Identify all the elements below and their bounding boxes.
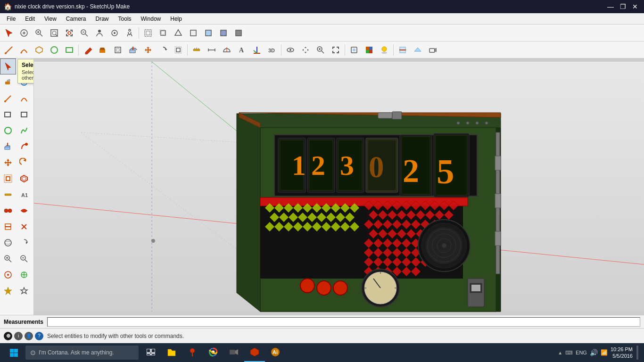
draw-shape-btn[interactable] bbox=[32, 43, 46, 57]
tool-scale-2[interactable] bbox=[0, 171, 16, 187]
menu-tools[interactable]: Tools bbox=[114, 15, 136, 23]
taskbar-app-video[interactable] bbox=[223, 343, 244, 362]
tool-follow-me[interactable] bbox=[16, 139, 32, 155]
tool-arc[interactable] bbox=[16, 90, 32, 107]
menu-file[interactable]: File bbox=[2, 15, 20, 23]
tool-rotate-2[interactable] bbox=[16, 155, 32, 171]
tool-extra1[interactable] bbox=[0, 267, 16, 283]
paint-bucket-btn[interactable] bbox=[96, 43, 110, 57]
zoom-tool-btn[interactable] bbox=[314, 43, 328, 57]
back-edges-btn[interactable] bbox=[156, 26, 170, 40]
look-around-btn[interactable] bbox=[107, 26, 122, 40]
draw-rect-btn[interactable] bbox=[62, 43, 76, 57]
tool-sand2[interactable] bbox=[16, 203, 32, 219]
tool-rect-shape[interactable] bbox=[0, 107, 16, 123]
shadows-btn[interactable] bbox=[377, 43, 391, 57]
cortana-search[interactable]: ⊙ I'm Cortana. Ask me anything. bbox=[25, 346, 139, 360]
shaded-btn[interactable] bbox=[201, 26, 215, 40]
tool-orbit[interactable] bbox=[0, 235, 16, 251]
taskbar[interactable]: ⊙ I'm Cortana. Ask me anything. Ai ▲ ⌨ E… bbox=[0, 343, 644, 362]
hidden-line-btn[interactable] bbox=[186, 26, 200, 40]
position-camera-btn[interactable] bbox=[92, 26, 107, 40]
tool-poly[interactable] bbox=[16, 107, 32, 123]
viewport[interactable]: 1 2 3 0 2 5 bbox=[34, 58, 644, 315]
zoom-extents-tool-btn[interactable] bbox=[329, 43, 343, 57]
push-pull-btn[interactable] bbox=[126, 43, 140, 57]
orbit-btn[interactable] bbox=[283, 43, 297, 57]
taskbar-app-pin[interactable] bbox=[182, 343, 203, 362]
monochrome-btn[interactable] bbox=[231, 26, 246, 40]
offset-btn[interactable] bbox=[111, 43, 125, 57]
materials-btn[interactable] bbox=[362, 43, 376, 57]
axes-btn[interactable] bbox=[250, 43, 264, 57]
erase-btn[interactable] bbox=[81, 43, 95, 57]
show-desktop-btn[interactable] bbox=[636, 346, 638, 360]
sections-btn[interactable] bbox=[396, 43, 410, 57]
make-component-btn[interactable] bbox=[17, 26, 31, 40]
advanced-camera-btn[interactable] bbox=[426, 43, 440, 57]
tool-sand1[interactable] bbox=[0, 203, 16, 219]
draw-circle-btn[interactable] bbox=[47, 43, 61, 57]
select-tool-btn[interactable] bbox=[2, 26, 16, 40]
clock[interactable]: 10:26 PM 5/5/2016 bbox=[611, 346, 633, 360]
dimension-btn[interactable] bbox=[205, 43, 219, 57]
taskbar-app-chrome[interactable] bbox=[203, 343, 223, 362]
menu-camera[interactable]: Camera bbox=[61, 15, 91, 23]
walk-btn[interactable] bbox=[123, 26, 137, 40]
tool-plugin2[interactable] bbox=[16, 283, 32, 299]
3d-text-btn[interactable]: 3D bbox=[265, 43, 279, 57]
zoom-extents-btn[interactable] bbox=[62, 26, 76, 40]
tool-plugin1[interactable] bbox=[0, 283, 16, 299]
task-view-button[interactable] bbox=[140, 343, 161, 362]
tool-look-around[interactable] bbox=[16, 235, 32, 251]
close-button[interactable]: ✕ bbox=[630, 1, 640, 12]
move-btn[interactable] bbox=[141, 43, 155, 57]
draw-line-btn[interactable] bbox=[2, 43, 16, 57]
start-button[interactable] bbox=[2, 343, 25, 362]
tray-speaker-icon[interactable]: 🔊 bbox=[590, 349, 598, 356]
tool-zoom2[interactable] bbox=[0, 251, 16, 267]
scale-btn[interactable] bbox=[171, 43, 185, 57]
shaded-textures-btn[interactable] bbox=[216, 26, 231, 40]
minimize-button[interactable]: — bbox=[605, 1, 616, 12]
protractor-btn[interactable] bbox=[220, 43, 234, 57]
component-browser-btn[interactable] bbox=[347, 43, 361, 57]
section-planes-btn[interactable] bbox=[411, 43, 425, 57]
tool-zoom-window[interactable] bbox=[16, 251, 32, 267]
tool-line[interactable] bbox=[0, 90, 16, 107]
menu-edit[interactable]: Edit bbox=[20, 15, 40, 23]
maximize-button[interactable]: ❐ bbox=[618, 1, 628, 12]
title-bar-controls[interactable]: — ❐ ✕ bbox=[605, 1, 640, 12]
tool-circle-shape[interactable] bbox=[0, 123, 16, 139]
taskbar-app-sketchup[interactable] bbox=[244, 343, 265, 362]
tray-up-icon[interactable]: ▲ bbox=[558, 350, 562, 355]
tool-select[interactable]: Select Select entities to modify with ot… bbox=[0, 58, 16, 74]
tape-measure-btn[interactable] bbox=[190, 43, 204, 57]
menu-help[interactable]: Help bbox=[165, 15, 187, 23]
tool-paint[interactable] bbox=[0, 74, 16, 90]
text-btn[interactable]: A bbox=[235, 43, 249, 57]
tool-tape-2[interactable] bbox=[0, 187, 16, 203]
tool-freehand[interactable] bbox=[16, 123, 32, 139]
taskbar-app-extra[interactable]: Ai bbox=[265, 343, 286, 362]
menu-view[interactable]: View bbox=[40, 15, 61, 23]
wireframe-btn[interactable] bbox=[171, 26, 185, 40]
pan-btn[interactable] bbox=[298, 43, 313, 57]
menu-window[interactable]: Window bbox=[136, 15, 166, 23]
draw-arc-btn[interactable] bbox=[17, 43, 31, 57]
tool-extra2[interactable] bbox=[16, 267, 32, 283]
tool-section[interactable] bbox=[0, 219, 16, 235]
taskbar-app-explorer[interactable] bbox=[161, 343, 182, 362]
rotate-btn[interactable] bbox=[156, 43, 170, 57]
menu-draw[interactable]: Draw bbox=[91, 15, 114, 23]
zoom-btn[interactable] bbox=[32, 26, 46, 40]
tool-dimension-2[interactable]: A1 bbox=[16, 187, 32, 203]
tool-offset[interactable] bbox=[16, 171, 32, 187]
x-ray-btn[interactable] bbox=[141, 26, 155, 40]
tool-cut[interactable] bbox=[16, 219, 32, 235]
tray-network-icon[interactable]: 📶 bbox=[601, 349, 608, 356]
tool-push-pull[interactable] bbox=[0, 139, 16, 155]
tool-move[interactable] bbox=[0, 155, 16, 171]
zoom-window-btn[interactable] bbox=[47, 26, 61, 40]
zoom-previous-btn[interactable] bbox=[77, 26, 91, 40]
